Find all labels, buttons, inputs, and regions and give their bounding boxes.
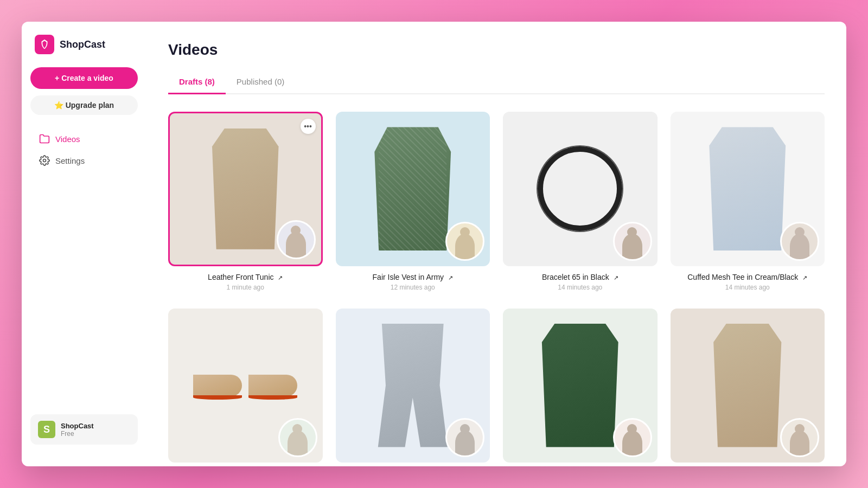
avatar [277, 220, 316, 259]
video-thumb [503, 309, 658, 463]
avatar [613, 418, 652, 457]
logo-area: ShopCast [22, 35, 146, 67]
video-thumb [503, 112, 658, 266]
avatar [780, 222, 819, 261]
video-name: Fair Isle Vest in Army ↗ [373, 273, 453, 281]
video-grid: ••• Leather Front Tunic ↗1 minute ago Fa… [168, 112, 825, 466]
video-name: Cuffed Mesh Tee in Cream/Black ↗ [687, 273, 807, 281]
video-card[interactable]: Wingtip Loafer in Orange ↗16 minutes ago [168, 309, 323, 467]
sidebar-item-videos[interactable]: Videos [26, 128, 142, 150]
settings-icon [39, 155, 50, 166]
video-card[interactable]: Overprint T-Shirt in Green ↗19 minutes a… [503, 309, 658, 467]
external-link-icon: ↗ [278, 274, 283, 281]
avatar [278, 418, 317, 457]
external-link-icon: ↗ [802, 274, 807, 281]
video-name: Bracelet 65 in Black ↗ [542, 273, 618, 281]
video-thumb: ••• [168, 112, 323, 266]
video-thumb [671, 309, 825, 463]
shopcast-badge: S ShopCast Free [30, 414, 138, 445]
app-name: ShopCast [60, 39, 105, 50]
tab-drafts[interactable]: Drafts (8) [168, 72, 226, 94]
avatar [613, 222, 652, 261]
badge-plan: Free [61, 430, 94, 438]
main-content: Videos Drafts (8) Published (0) ••• Leat… [146, 22, 846, 466]
external-link-icon: ↗ [448, 274, 453, 281]
video-time: 1 minute ago [227, 284, 264, 291]
tabs: Drafts (8) Published (0) [168, 72, 825, 94]
video-name: Leather Front Tunic ↗ [208, 273, 283, 281]
more-button[interactable]: ••• [301, 119, 316, 134]
sidebar: ShopCast + Create a video ⭐ Upgrade plan… [22, 22, 146, 466]
videos-icon [39, 133, 50, 144]
upgrade-plan-button[interactable]: ⭐ Upgrade plan [30, 95, 138, 115]
video-thumb [336, 309, 490, 463]
logo-svg [39, 38, 50, 50]
video-card[interactable]: Mirco Pant in Stone ↗17 minutes ago [336, 309, 490, 467]
shopify-icon: S [38, 421, 55, 438]
avatar [780, 418, 819, 457]
video-thumb [336, 112, 490, 266]
video-time: 12 minutes ago [391, 284, 435, 291]
video-card[interactable]: Bracelet 65 in Black ↗14 minutes ago [503, 112, 658, 291]
tab-published[interactable]: Published (0) [226, 72, 295, 94]
app-container: ShopCast + Create a video ⭐ Upgrade plan… [22, 22, 846, 466]
video-card[interactable]: Cuffed Mesh Tee in Cream/Black ↗14 minut… [671, 112, 825, 291]
sidebar-bottom: S ShopCast Free [22, 406, 146, 453]
badge-text: ShopCast Free [61, 422, 94, 438]
avatar [445, 418, 484, 457]
video-time: 14 minutes ago [725, 284, 770, 291]
video-card[interactable]: Leather Front Tunic ↗59 minutes ago [671, 309, 825, 467]
video-thumb [168, 309, 323, 463]
sidebar-nav: Videos Settings [22, 128, 146, 171]
avatar [445, 222, 484, 261]
video-time: 14 minutes ago [558, 284, 602, 291]
sidebar-item-settings-label: Settings [55, 156, 85, 165]
create-video-button[interactable]: + Create a video [30, 67, 138, 89]
badge-app-name: ShopCast [61, 422, 94, 430]
sidebar-item-settings[interactable]: Settings [26, 150, 142, 171]
video-thumb [671, 112, 825, 266]
svg-point-0 [43, 159, 46, 162]
sidebar-item-videos-label: Videos [55, 134, 80, 144]
video-card[interactable]: ••• Leather Front Tunic ↗1 minute ago [168, 112, 323, 291]
page-title: Videos [168, 41, 825, 59]
external-link-icon: ↗ [614, 274, 618, 281]
shopcast-logo-icon [35, 35, 54, 54]
video-card[interactable]: Fair Isle Vest in Army ↗12 minutes ago [336, 112, 490, 291]
